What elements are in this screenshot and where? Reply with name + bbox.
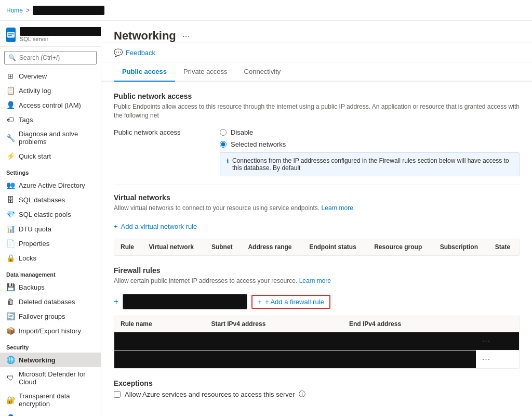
add-firewall-rule-button[interactable]: + + Add a firewall rule: [251, 295, 330, 309]
sidebar-item-sql-databases[interactable]: 🗄 SQL databases: [0, 192, 101, 207]
radio-group-network: Disable Selected networks: [220, 128, 520, 148]
sidebar-item-networking[interactable]: 🌐 Networking: [0, 353, 101, 367]
exceptions-title: Exceptions: [114, 379, 520, 387]
sidebar-label-sql-elastic: SQL elastic pools: [19, 211, 71, 218]
firewall-add-plus-icon: +: [114, 297, 118, 306]
public-network-section-title: Public network access: [114, 92, 520, 100]
virtual-networks-section-title: Virtual networks: [114, 193, 520, 202]
divider-1: [114, 185, 520, 185]
sidebar-label-deleted-databases: Deleted databases: [19, 298, 75, 306]
sql-databases-icon: 🗄: [6, 196, 15, 204]
radio-disable-input[interactable]: [220, 129, 227, 136]
sidebar-label-failover-groups: Failover groups: [19, 313, 65, 320]
firewall-rules-table-container: Rule name Start IPv4 address End IPv4 ad…: [114, 316, 520, 369]
sidebar-label-azure-ad: Azure Active Directory: [19, 181, 85, 189]
network-access-options: Disable Selected networks ℹ Connections …: [220, 128, 520, 176]
dtu-quota-icon: 📊: [6, 225, 15, 233]
more-options-icon[interactable]: ···: [182, 31, 190, 42]
sidebar-item-failover-groups[interactable]: 🔄 Failover groups: [0, 309, 101, 323]
sidebar-label-diagnose: Diagnose and solve problems: [19, 130, 95, 146]
table-row: ···: [114, 332, 519, 350]
ellipsis-icon-2[interactable]: ···: [482, 355, 490, 363]
fw-col-start-ip: Start IPv4 address: [205, 316, 343, 332]
radio-disable-label: Disable: [231, 128, 253, 136]
sidebar-label-defender: Microsoft Defender for Cloud: [19, 370, 95, 386]
vn-col-address: Address range: [242, 239, 303, 255]
settings-section-label: Settings: [0, 163, 101, 178]
allow-azure-services-checkbox[interactable]: [114, 391, 121, 398]
sidebar-label-dtu-quota: DTU quota: [19, 225, 51, 233]
sidebar-label-properties: Properties: [19, 240, 49, 248]
resource-icon: [6, 28, 16, 42]
network-access-row: Public network access Disable Selected n…: [114, 128, 520, 176]
content-body: Public network access Public Endpoints a…: [101, 82, 532, 409]
failover-groups-icon: 🔄: [6, 312, 15, 320]
sql-elastic-icon: 💎: [6, 210, 15, 218]
fw-col-rule-name: Rule name: [114, 316, 205, 332]
svg-rect-0: [7, 32, 15, 37]
sidebar-label-quick-start: Quick start: [19, 152, 51, 160]
sidebar-item-quick-start[interactable]: ⚡ Quick start: [0, 149, 101, 163]
radio-disable[interactable]: Disable: [220, 128, 520, 136]
feedback-link[interactable]: Feedback: [126, 49, 155, 57]
sidebar-item-diagnose[interactable]: 🔧 Diagnose and solve problems: [0, 127, 101, 149]
svg-rect-1: [8, 33, 14, 34]
search-container: 🔍: [4, 51, 97, 64]
ellipsis-icon-1[interactable]: ···: [482, 336, 490, 345]
tab-connectivity[interactable]: Connectivity: [236, 62, 289, 82]
content-area: Networking ··· 💬 Feedback Public access …: [101, 21, 532, 416]
add-firewall-icon: +: [258, 298, 262, 306]
public-network-section-desc: Public Endpoints allow access to this re…: [114, 102, 520, 120]
sidebar-item-locks[interactable]: 🔒 Locks: [0, 251, 101, 265]
sidebar-item-azure-ad[interactable]: 👥 Azure Active Directory: [0, 178, 101, 192]
breadcrumb-home[interactable]: Home: [6, 7, 23, 14]
network-info-box: ℹ Connections from the IP addresses conf…: [220, 152, 520, 176]
sidebar-item-access-control[interactable]: 👤 Access control (IAM): [0, 98, 101, 112]
tab-public-access[interactable]: Public access: [114, 62, 175, 82]
sidebar-item-sql-elastic[interactable]: 💎 SQL elastic pools: [0, 207, 101, 222]
vn-col-rg: Resource group: [368, 239, 433, 255]
tab-private-access[interactable]: Private access: [175, 62, 236, 82]
page-title: Networking: [114, 29, 176, 43]
network-access-field-label: Public network access: [114, 128, 207, 136]
radio-selected-input[interactable]: [220, 141, 227, 148]
sidebar-item-dtu-quota[interactable]: 📊 DTU quota: [0, 222, 101, 236]
sidebar-item-overview[interactable]: ⊞ Overview: [0, 69, 101, 83]
sidebar: ████████████████ SQL server 🔍 ⊞ Overview…: [0, 21, 101, 416]
vn-col-rule: Rule: [114, 239, 143, 255]
fw-row-ellipsis-1[interactable]: ···: [476, 332, 519, 350]
fw-col-actions: [476, 316, 519, 332]
sidebar-item-backups[interactable]: 💾 Backups: [0, 280, 101, 294]
virtual-networks-table-container: Rule Virtual network Subnet Address rang…: [114, 239, 520, 256]
radio-selected-networks[interactable]: Selected networks: [220, 140, 520, 148]
sidebar-label-tde: Transparent data encryption: [19, 392, 95, 408]
azure-ad-icon: 👥: [6, 181, 15, 189]
top-bar: Home > ████████████: [0, 0, 532, 21]
info-icon: ℹ: [227, 158, 229, 165]
sidebar-item-properties[interactable]: 📄 Properties: [0, 236, 101, 251]
sidebar-item-identity[interactable]: 👤 Identity: [0, 411, 101, 416]
tags-icon: 🏷: [6, 115, 15, 124]
deleted-databases-icon: 🗑: [6, 297, 15, 306]
firewall-input[interactable]: [123, 294, 247, 309]
fw-row-ellipsis-2[interactable]: ···: [476, 350, 519, 369]
sidebar-item-import-export[interactable]: 📦 Import/Export history: [0, 323, 101, 338]
sidebar-item-tde[interactable]: 🔐 Transparent data encryption: [0, 389, 101, 411]
exceptions-info-icon: ⓘ: [299, 389, 305, 399]
firewall-learn-more[interactable]: Learn more: [299, 277, 331, 284]
sidebar-item-tags[interactable]: 🏷 Tags: [0, 112, 101, 127]
page-header: Networking ···: [101, 21, 532, 43]
virtual-networks-learn-more[interactable]: Learn more: [322, 204, 353, 212]
sidebar-item-activity-log[interactable]: 📋 Activity log: [0, 83, 101, 98]
firewall-rules-section-desc: Allow certain public internet IP address…: [114, 277, 520, 285]
security-section-label: Security: [0, 338, 101, 353]
vn-col-endpoint: Endpoint status: [303, 239, 368, 255]
svg-rect-2: [8, 35, 12, 35]
import-export-icon: 📦: [6, 327, 15, 335]
search-input[interactable]: [4, 51, 97, 64]
sidebar-item-deleted-databases[interactable]: 🗑 Deleted databases: [0, 294, 101, 309]
sidebar-item-defender[interactable]: 🛡 Microsoft Defender for Cloud: [0, 367, 101, 389]
resource-title: ████████████████: [20, 27, 101, 36]
add-virtual-network-rule-button[interactable]: + Add a virtual network rule: [114, 220, 197, 232]
vn-col-subnet: Subnet: [205, 239, 242, 255]
